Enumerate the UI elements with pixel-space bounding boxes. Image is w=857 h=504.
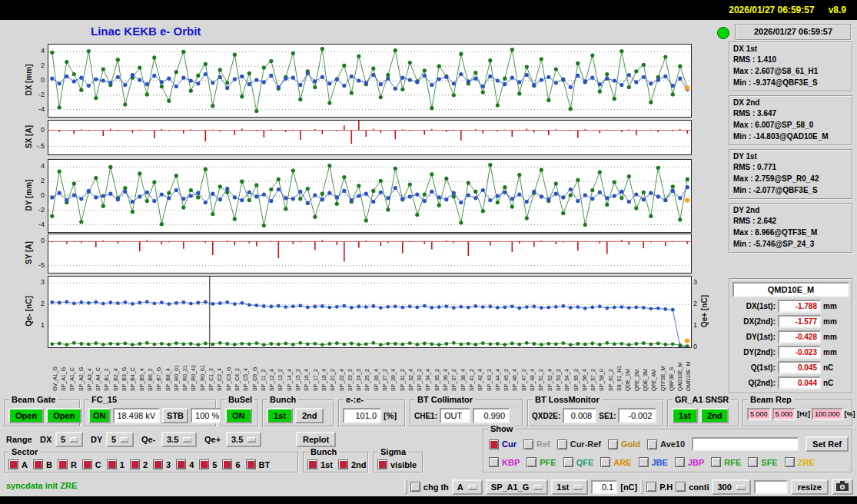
checkbox-item-cur-ref[interactable]: Cur-Ref xyxy=(557,439,601,449)
replot-button[interactable]: Replot xyxy=(296,432,336,447)
range-qem-select[interactable]: 3.5 xyxy=(161,432,197,447)
1-checkbox[interactable] xyxy=(107,459,117,469)
checkbox-item-ref[interactable]: Ref xyxy=(523,439,550,449)
cur-checkbox[interactable] xyxy=(489,439,499,449)
bunch-select[interactable]: 1st xyxy=(551,479,588,495)
checkbox-item-are[interactable]: ARE xyxy=(600,457,631,467)
checkbox-item-6[interactable]: 6 xyxy=(222,459,240,469)
bpm-row-unit: nC xyxy=(823,363,833,372)
b-checkbox[interactable] xyxy=(33,459,43,469)
range-qep-select[interactable]: 3.5 xyxy=(226,432,261,447)
bpm-detail-row: DY(1st):-0.428mm xyxy=(732,330,849,343)
kbp-checkbox[interactable] xyxy=(489,457,499,467)
checkbox-item-jbp[interactable]: JBP xyxy=(675,457,704,467)
checkbox-item-b[interactable]: B xyxy=(33,459,52,469)
zre-checkbox[interactable] xyxy=(785,457,795,467)
checkbox-item-5[interactable]: 5 xyxy=(199,459,217,469)
checkbox-item-zre[interactable]: ZRE xyxy=(785,457,815,467)
ave10-checkbox[interactable] xyxy=(647,439,657,449)
checkbox-item-2[interactable]: 2 xyxy=(130,459,148,469)
orbit-stats-panel: DX 1stRMS : 1.410Max : 2.607@S8_61_H1Min… xyxy=(729,41,853,257)
sector-group-label: Sector xyxy=(9,447,40,456)
1st-checkbox[interactable] xyxy=(307,459,317,469)
checkbox-item-rfe[interactable]: RFE xyxy=(711,457,741,467)
range-dx-select[interactable]: 5 xyxy=(55,432,83,447)
jbe-checkbox[interactable] xyxy=(639,457,649,467)
dy-plot-row: DY [mm] 420-2-4 xyxy=(0,159,715,231)
checkbox-item-4[interactable]: 4 xyxy=(176,459,194,469)
checkbox-item-jbe[interactable]: JBE xyxy=(639,457,668,467)
bunch-1st-button[interactable]: 1st xyxy=(267,408,293,423)
checkbox-item-sfe[interactable]: SFE xyxy=(748,457,777,467)
stat-row: RMS : 2.642 xyxy=(733,215,849,227)
checkbox-item-1st[interactable]: 1st xyxy=(307,459,333,469)
snapshot-button[interactable] xyxy=(832,479,853,495)
ee-ratio-field[interactable]: 101.0 xyxy=(343,408,381,423)
checkbox-item-kbp[interactable]: KBP xyxy=(489,457,520,467)
threshold-input[interactable] xyxy=(591,480,617,494)
checkbox-item-pfe[interactable]: PFE xyxy=(526,457,556,467)
are-checkbox[interactable] xyxy=(600,457,610,467)
sigma-checkboxes: visible xyxy=(377,459,420,469)
conti-checkbox-item[interactable]: conti xyxy=(676,482,709,492)
a-checkbox[interactable] xyxy=(8,459,18,469)
chg-th-checkbox[interactable] xyxy=(410,482,420,492)
jbp-checkbox[interactable] xyxy=(675,457,685,467)
bt-checkbox[interactable] xyxy=(246,459,256,469)
busel-on-button[interactable]: ON xyxy=(225,408,252,423)
chg-th-checkbox-item[interactable]: chg th xyxy=(410,482,449,492)
checkbox-item-cur[interactable]: Cur xyxy=(489,439,517,449)
checkbox-item-1[interactable]: 1 xyxy=(107,459,125,469)
ref-name-input[interactable] xyxy=(692,437,799,451)
checkbox-item-r[interactable]: R xyxy=(58,459,77,469)
gr-a1-1st-button[interactable]: 1st xyxy=(672,408,698,423)
ph-checkbox[interactable] xyxy=(646,482,656,492)
gold-checkbox[interactable] xyxy=(608,439,618,449)
checkbox-item-ave10[interactable]: Ave10 xyxy=(647,439,685,449)
ref-checkbox[interactable] xyxy=(523,439,533,449)
cur-ref-checkbox[interactable] xyxy=(557,439,567,449)
pfe-checkbox[interactable] xyxy=(526,457,536,467)
bpm-select[interactable]: SP_A1_G xyxy=(486,479,549,495)
count-select[interactable]: 300 xyxy=(712,479,750,495)
bunch-2nd-button[interactable]: 2nd xyxy=(295,408,324,423)
2nd-checkbox[interactable] xyxy=(338,459,348,469)
dy-tick--2: -2 xyxy=(38,206,45,214)
spare-input[interactable] xyxy=(754,480,788,494)
conti-checkbox[interactable] xyxy=(676,482,686,492)
busel-group: BuSel ON xyxy=(221,400,259,427)
fc15-stb-button[interactable]: STB xyxy=(162,408,188,423)
checkbox-item-visible[interactable]: visible xyxy=(377,459,417,469)
rfe-checkbox[interactable] xyxy=(711,457,721,467)
mode-select[interactable]: A xyxy=(452,479,483,495)
checkbox-item-bt[interactable]: BT xyxy=(246,459,271,469)
visible-checkbox[interactable] xyxy=(377,459,387,469)
checkbox-item-gold[interactable]: Gold xyxy=(608,439,640,449)
ph-checkbox-item[interactable]: P.H xyxy=(646,482,673,492)
r-checkbox[interactable] xyxy=(58,459,68,469)
checkbox-item-2nd[interactable]: 2nd xyxy=(338,459,367,469)
beam-gate-open-button-2[interactable]: Open xyxy=(46,408,81,423)
gr-a1-2nd-button[interactable]: 2nd xyxy=(700,408,729,423)
bpm-label: QMD10E_M xyxy=(686,361,690,391)
6-checkbox[interactable] xyxy=(222,459,232,469)
c-checkbox[interactable] xyxy=(82,459,92,469)
resize-button[interactable]: resize xyxy=(791,479,829,495)
checkbox-item-qfe[interactable]: QFE xyxy=(563,457,594,467)
checkbox-item-3[interactable]: 3 xyxy=(153,459,171,469)
bpm-row-unit: mm xyxy=(823,333,837,341)
jbp-checkbox-label: JBP xyxy=(688,458,704,467)
checkbox-item-c[interactable]: C xyxy=(82,459,101,469)
checkbox-item-a[interactable]: A xyxy=(8,459,28,469)
3-checkbox[interactable] xyxy=(153,459,163,469)
2-checkbox[interactable] xyxy=(130,459,140,469)
range-dy-select[interactable]: 5 xyxy=(106,432,134,447)
qfe-checkbox[interactable] xyxy=(563,457,573,467)
sfe-checkbox[interactable] xyxy=(748,457,758,467)
5-checkbox[interactable] xyxy=(199,459,209,469)
4-checkbox[interactable] xyxy=(176,459,186,469)
beam-gate-open-button-1[interactable]: Open xyxy=(8,408,44,423)
bpm-label: SP_C2_4 xyxy=(217,368,222,391)
fc15-on-button[interactable]: ON xyxy=(88,408,111,423)
set-ref-button[interactable]: Set Ref xyxy=(806,436,849,452)
